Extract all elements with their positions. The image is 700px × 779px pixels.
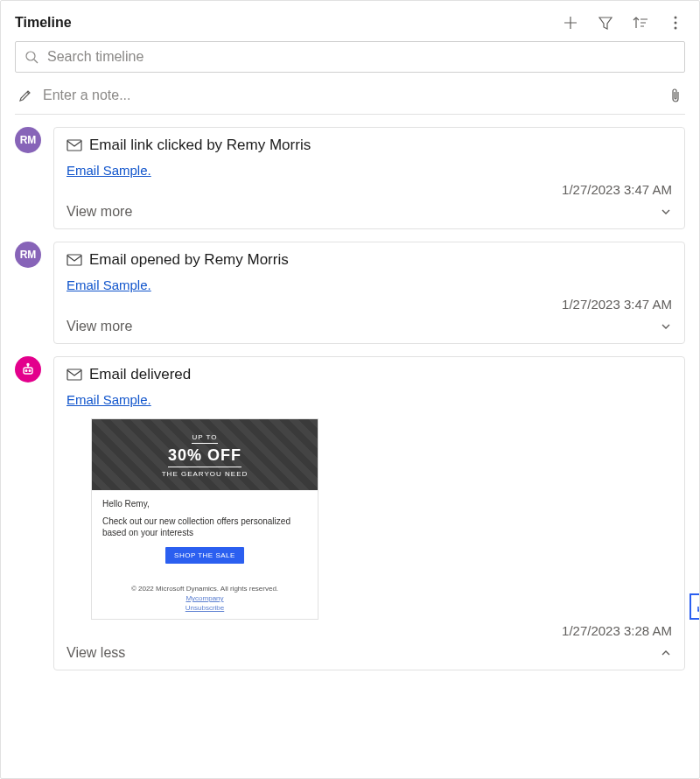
item-title: Email delivered — [89, 366, 191, 383]
view-less-toggle[interactable]: View less — [66, 645, 672, 661]
view-more-toggle[interactable]: View more — [66, 204, 672, 220]
preview-hero-gear: THE GEARYOU NEED — [99, 470, 311, 478]
email-icon — [66, 252, 82, 268]
email-link[interactable]: Email Sample. — [66, 163, 151, 178]
add-icon[interactable] — [561, 13, 580, 32]
avatar-bot — [15, 356, 41, 382]
item-title: Email opened by Remy Morris — [89, 251, 289, 269]
svg-point-19 — [29, 370, 31, 372]
timeline-item: Email delivered Email Sample. UP TO 30% … — [15, 356, 685, 670]
preview-cta-button: SHOP THE SALE — [165, 547, 244, 564]
note-input[interactable] — [41, 87, 661, 104]
pencil-icon — [18, 88, 32, 102]
svg-point-7 — [675, 17, 677, 19]
more-icon[interactable] — [666, 13, 685, 32]
preview-body-text: Check out our new collection offers pers… — [102, 516, 307, 538]
email-icon — [66, 137, 82, 153]
preview-company-link: Mycompany — [102, 594, 307, 602]
svg-rect-20 — [67, 369, 81, 380]
svg-rect-14 — [67, 255, 81, 265]
chevron-down-icon — [660, 320, 672, 333]
avatar: RM — [15, 242, 41, 268]
svg-point-8 — [675, 22, 677, 25]
preview-greeting: Hello Remy, — [102, 499, 307, 509]
svg-line-11 — [34, 60, 38, 63]
search-input[interactable] — [46, 48, 676, 66]
attachment-icon[interactable] — [669, 88, 682, 103]
svg-point-9 — [675, 27, 677, 30]
item-title: Email link clicked by Remy Morris — [89, 137, 311, 154]
search-icon — [24, 50, 38, 64]
filter-icon[interactable] — [596, 13, 615, 32]
avatar: RM — [15, 127, 41, 153]
svg-point-10 — [26, 52, 35, 60]
timeline-item: RM Email link clicked by Remy Morris Ema… — [15, 127, 685, 229]
timestamp: 1/27/2023 3:47 AM — [66, 182, 672, 197]
svg-marker-2 — [599, 18, 612, 29]
svg-point-17 — [27, 364, 29, 366]
email-preview: UP TO 30% OFF THE GEARYOU NEED Hello Rem… — [91, 418, 672, 620]
preview-hero-upto: UP TO — [192, 433, 217, 444]
preview-copyright: © 2022 Microsoft Dynamics. All rights re… — [102, 585, 307, 593]
expand-preview-button[interactable] — [690, 593, 700, 620]
preview-hero-off: 30% OFF — [168, 446, 242, 467]
preview-unsubscribe-link: Unsubscribe — [102, 604, 307, 612]
svg-point-18 — [25, 370, 27, 372]
chevron-up-icon — [660, 647, 672, 659]
timestamp: 1/27/2023 3:28 AM — [66, 623, 672, 638]
search-box[interactable] — [15, 41, 685, 73]
page-title: Timeline — [15, 15, 72, 31]
chevron-down-icon — [660, 206, 672, 218]
timeline-feed: RM Email link clicked by Remy Morris Ema… — [15, 127, 685, 670]
view-more-toggle[interactable]: View more — [66, 319, 672, 334]
sort-icon[interactable] — [631, 13, 650, 32]
email-link[interactable]: Email Sample. — [66, 277, 151, 292]
email-link[interactable]: Email Sample. — [66, 392, 151, 407]
timestamp: 1/27/2023 3:47 AM — [66, 297, 672, 312]
email-icon — [66, 367, 82, 382]
svg-rect-13 — [67, 140, 81, 151]
timeline-item: RM Email opened by Remy Morris Email Sam… — [15, 242, 685, 344]
